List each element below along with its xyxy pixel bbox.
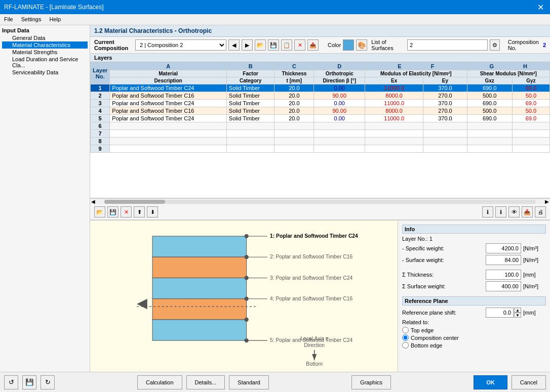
radio-composition-center-input[interactable] <box>402 334 409 341</box>
table-row[interactable]: 8 <box>91 138 550 145</box>
cell-material[interactable] <box>110 122 227 130</box>
open-file-btn[interactable]: 📂 <box>94 206 105 217</box>
color-preview[interactable] <box>343 39 354 51</box>
table-row[interactable]: 2 Poplar and Softwood Timber C16 Solid T… <box>91 92 550 100</box>
cell-Ex[interactable]: 8000.0 <box>365 107 423 115</box>
ref-shift-value[interactable] <box>486 308 514 318</box>
cell-factor[interactable] <box>226 130 274 138</box>
cell-material[interactable] <box>110 145 227 153</box>
ok-btn[interactable]: OK <box>474 375 507 389</box>
cell-Ey[interactable]: 370.0 <box>423 100 467 107</box>
ref-shift-down-btn[interactable]: ▼ <box>514 313 521 318</box>
table-row[interactable]: 9 <box>91 145 550 153</box>
details-btn[interactable]: Details... <box>186 375 225 389</box>
surface-weight-value[interactable] <box>486 255 521 265</box>
cell-Gyz[interactable]: 69.0 <box>512 84 549 92</box>
cancel-btn[interactable]: Cancel <box>512 375 546 389</box>
table-row[interactable]: 5 Poplar and Softwood Timber C24 Solid T… <box>91 115 550 122</box>
cell-Gxz[interactable] <box>467 122 512 130</box>
save-file-btn[interactable]: 💾 <box>107 206 119 217</box>
export-btn[interactable]: 📤 <box>307 39 319 51</box>
table-container[interactable]: LayerNo. A B C D E F G H Material Factor <box>90 62 550 198</box>
menu-file[interactable]: File <box>0 15 17 24</box>
total-surface-weight-value[interactable] <box>486 281 521 291</box>
sidebar-item-material-characteristics[interactable]: Material Characteristics <box>2 41 88 49</box>
cell-Ex[interactable] <box>365 122 423 130</box>
cell-direction[interactable] <box>314 138 365 145</box>
cell-Ey[interactable] <box>423 138 467 145</box>
graphics-btn[interactable]: Graphics <box>351 375 391 389</box>
cell-Ex[interactable] <box>365 138 423 145</box>
close-button[interactable]: ✕ <box>535 3 546 12</box>
cell-Ey[interactable]: 370.0 <box>423 84 467 92</box>
next-composition-btn[interactable]: ▶ <box>242 39 253 51</box>
cell-direction[interactable]: 90.00 <box>314 92 365 100</box>
print-btn[interactable]: 🖨 <box>535 206 546 217</box>
radio-bottom-edge-input[interactable] <box>402 342 409 349</box>
scroll-right-btn[interactable]: ▶ <box>544 199 550 204</box>
cell-Ex[interactable]: 11000.0 <box>365 84 423 92</box>
cell-Ex[interactable] <box>365 130 423 138</box>
specific-weight-value[interactable] <box>486 243 521 253</box>
cell-direction[interactable] <box>314 122 365 130</box>
cell-Ey[interactable] <box>423 130 467 138</box>
cell-Gyz[interactable] <box>512 138 549 145</box>
table-row[interactable]: 7 <box>91 130 550 138</box>
cell-Ey[interactable] <box>423 122 467 130</box>
cell-Gyz[interactable] <box>512 145 549 153</box>
cell-material[interactable]: Poplar and Softwood Timber C16 <box>110 92 227 100</box>
scroll-left-btn[interactable]: ◀ <box>90 199 96 204</box>
cell-direction[interactable]: 0.00 <box>314 100 365 107</box>
nav-forward-btn[interactable]: ↻ <box>41 375 55 389</box>
cell-Gxz[interactable]: 690.0 <box>467 100 512 107</box>
cell-direction[interactable]: 0.00 <box>314 84 365 92</box>
view-btn[interactable]: 👁 <box>508 206 520 217</box>
cell-thickness[interactable]: 20.0 <box>274 107 314 115</box>
cell-Gxz[interactable] <box>467 130 512 138</box>
cell-thickness[interactable]: 20.0 <box>274 84 314 92</box>
cell-Gxz[interactable]: 500.0 <box>467 92 512 100</box>
table-row[interactable]: 1 Poplar and Softwood Timber C24 Solid T… <box>91 84 550 92</box>
sidebar-item-general[interactable]: General Data <box>2 34 88 41</box>
sidebar-item-load-duration[interactable]: Load Duration and Service Cla... <box>2 56 88 69</box>
info2-btn[interactable]: ℹ <box>495 206 506 217</box>
cell-factor[interactable]: Solid Timber <box>226 115 274 122</box>
prev-composition-btn[interactable]: ◀ <box>228 39 240 51</box>
cell-direction[interactable] <box>314 145 365 153</box>
save-btn[interactable]: 💾 <box>268 39 279 51</box>
cell-thickness[interactable]: 20.0 <box>274 92 314 100</box>
cell-thickness[interactable]: 20.0 <box>274 115 314 122</box>
composition-dropdown[interactable]: 2 | Composition 2 <box>135 39 226 51</box>
menu-help[interactable]: Help <box>45 15 65 24</box>
cell-Ey[interactable]: 370.0 <box>423 115 467 122</box>
cell-Gxz[interactable]: 500.0 <box>467 107 512 115</box>
cell-material[interactable]: Poplar and Softwood Timber C24 <box>110 84 227 92</box>
delete-btn[interactable]: ✕ <box>294 39 305 51</box>
cell-thickness[interactable]: 20.0 <box>274 100 314 107</box>
cell-Ey[interactable]: 270.0 <box>423 107 467 115</box>
cell-thickness[interactable] <box>274 130 314 138</box>
cell-Gxz[interactable]: 690.0 <box>467 115 512 122</box>
list-surfaces-input[interactable] <box>407 39 488 51</box>
cell-thickness[interactable] <box>274 138 314 145</box>
cell-factor[interactable] <box>226 138 274 145</box>
cell-material[interactable] <box>110 130 227 138</box>
cell-Ex[interactable]: 11000.0 <box>365 100 423 107</box>
sidebar-item-serviceability[interactable]: Serviceability Data <box>2 69 88 76</box>
cell-factor[interactable] <box>226 122 274 130</box>
table-row[interactable]: 4 Poplar and Softwood Timber C16 Solid T… <box>91 107 550 115</box>
color-picker-btn[interactable]: 🎨 <box>356 39 367 51</box>
cell-Gxz[interactable] <box>467 145 512 153</box>
cell-Ex[interactable]: 11000.0 <box>365 115 423 122</box>
cell-direction[interactable]: 90.00 <box>314 107 365 115</box>
nav-back-btn[interactable]: ↺ <box>4 375 18 389</box>
nav-save-btn[interactable]: 💾 <box>22 375 36 389</box>
surfaces-settings-btn[interactable]: ⚙ <box>490 39 500 51</box>
cell-thickness[interactable] <box>274 145 314 153</box>
info-btn[interactable]: ℹ <box>482 206 493 217</box>
delete-row-btn[interactable]: ✕ <box>121 206 132 217</box>
cell-Gyz[interactable]: 50.0 <box>512 92 549 100</box>
cell-Ey[interactable] <box>423 145 467 153</box>
sidebar-item-material-strengths[interactable]: Material Strengths <box>2 49 88 56</box>
cell-direction[interactable]: 0.00 <box>314 115 365 122</box>
